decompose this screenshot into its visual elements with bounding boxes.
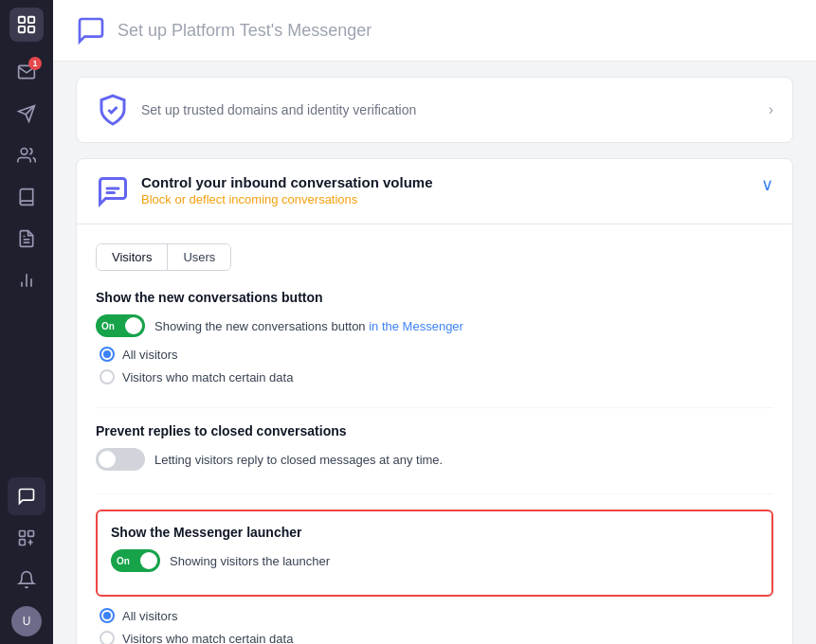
new-conversations-section: Show the new conversations button On Sho… [96, 290, 773, 385]
toggle-text-link[interactable]: in the Messenger [369, 319, 463, 333]
new-conversations-title: Show the new conversations button [96, 290, 773, 305]
sidebar-item-notifications[interactable] [8, 561, 45, 599]
messenger-launcher-toggle-row: On Showing visitors the launcher [111, 549, 758, 572]
sidebar: 1 [0, 0, 53, 644]
radio-match-data[interactable]: Visitors who match certain data [100, 369, 773, 385]
launcher-toggle-on-label: On [113, 556, 134, 566]
new-conversations-radio-group: All visitors Visitors who match certain … [96, 347, 773, 385]
launcher-radio-all-visitors[interactable]: All visitors [100, 608, 773, 623]
svg-rect-12 [20, 531, 26, 537]
messenger-launcher-toggle[interactable]: On [111, 549, 160, 572]
prevent-replies-toggle-text: Letting visitors reply to closed message… [154, 453, 443, 467]
svg-rect-1 [28, 17, 34, 23]
messenger-launcher-section: Show the Messenger launcher On Showing v… [96, 510, 773, 597]
sidebar-item-send[interactable] [8, 95, 45, 133]
launcher-radio-match-data-circle [100, 631, 115, 644]
trusted-domains-row: Set up trusted domains and identity veri… [77, 78, 792, 142]
toggle-knob [125, 317, 142, 334]
sidebar-item-messenger[interactable] [8, 477, 45, 515]
trusted-domains-text: Set up trusted domains and identity veri… [141, 102, 757, 117]
radio-all-visitors-circle [100, 347, 115, 362]
radio-match-data-circle [100, 369, 115, 385]
page-header: Set up Platform Test's Messenger [53, 0, 816, 62]
tab-users[interactable]: Users [168, 244, 230, 270]
card-header-content: Control your inbound conversation volume… [141, 174, 750, 206]
toggle-knob-off [99, 451, 116, 468]
card-title: Control your inbound conversation volume [141, 174, 750, 190]
launcher-radio-group: All visitors Visitors who match certain … [96, 608, 773, 644]
launcher-radio-match-data[interactable]: Visitors who match certain data [100, 631, 773, 644]
prevent-replies-toggle[interactable]: Off [96, 448, 145, 471]
prevent-replies-title: Prevent replies to closed conversations [96, 423, 773, 438]
svg-rect-0 [19, 17, 25, 23]
sidebar-item-reports[interactable] [8, 220, 45, 258]
radio-all-visitors[interactable]: All visitors [100, 347, 773, 362]
launcher-radio-match-data-label: Visitors who match certain data [122, 632, 293, 645]
trusted-domains-icon [96, 93, 130, 127]
svg-rect-14 [20, 540, 26, 546]
svg-rect-13 [28, 531, 34, 537]
card-header-icon [96, 174, 130, 208]
card-header: Control your inbound conversation volume… [77, 159, 792, 224]
svg-rect-2 [19, 27, 25, 32]
trusted-domains-card: Set up trusted domains and identity veri… [76, 77, 793, 143]
tab-visitors[interactable]: Visitors [97, 244, 168, 270]
control-volume-card: Control your inbound conversation volume… [76, 158, 793, 644]
prevent-replies-toggle-row: Off Letting visitors reply to closed mes… [96, 448, 773, 471]
content-area: Set up trusted domains and identity veri… [53, 62, 816, 644]
card-subtitle: Block or deflect incoming conversations [141, 192, 750, 206]
messenger-launcher-title: Show the Messenger launcher [111, 525, 758, 540]
sidebar-item-contacts[interactable] [8, 136, 45, 174]
launcher-toggle-knob [140, 552, 157, 569]
tabs-container: Visitors Users [96, 243, 231, 271]
card-body: Visitors Users Show the new conversation… [77, 224, 792, 644]
toggle-on-label: On [98, 321, 118, 331]
messenger-launcher-toggle-text: Showing visitors the launcher [170, 554, 330, 568]
app-logo[interactable] [9, 8, 44, 42]
sidebar-item-analytics[interactable] [8, 261, 45, 299]
svg-point-6 [21, 149, 27, 155]
main-content: Set up Platform Test's Messenger Set up … [53, 0, 816, 644]
new-conversations-toggle-row: On Showing the new conversations button … [96, 314, 773, 337]
launcher-radio-all-visitors-circle [100, 608, 115, 623]
divider-2 [96, 493, 773, 494]
page-title: Set up Platform Test's Messenger [118, 21, 372, 41]
radio-match-data-label: Visitors who match certain data [122, 370, 293, 385]
user-avatar[interactable]: U [11, 606, 42, 636]
header-icon [76, 15, 106, 45]
sidebar-item-knowledge[interactable] [8, 178, 45, 216]
sidebar-item-inbox[interactable]: 1 [8, 53, 45, 91]
radio-all-visitors-label: All visitors [122, 348, 178, 362]
sidebar-item-integrations[interactable] [8, 519, 45, 557]
trusted-domains-chevron[interactable]: › [769, 101, 773, 118]
new-conversations-toggle[interactable]: On [96, 314, 145, 337]
new-conversations-toggle-text: Showing the new conversations button in … [154, 319, 463, 333]
card-collapse-button[interactable]: ∨ [761, 174, 773, 195]
inbox-badge: 1 [28, 57, 42, 70]
launcher-radio-all-visitors-label: All visitors [122, 609, 178, 623]
prevent-replies-section: Prevent replies to closed conversations … [96, 423, 773, 471]
svg-rect-3 [28, 27, 34, 32]
divider-1 [96, 407, 773, 408]
